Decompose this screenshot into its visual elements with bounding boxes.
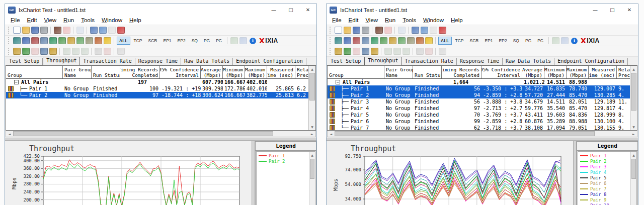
info-icon[interactable]: i [250,38,256,44]
report-icon[interactable] [49,48,57,55]
tab-throughput[interactable]: Throughput [43,57,80,65]
column-header-interval[interactable]: 95% ConfidenceInterval [160,66,201,78]
column-header-completed[interactable]: Timing RecordsCompleted [120,66,160,78]
scroll-thumb[interactable] [309,73,315,100]
column-header-time-sec-[interactable]: MeasuredTime (sec) [267,66,295,78]
table-row-pair-5[interactable]: ├──Pair 5No GroupFinished70-3.769 : +3.7… [328,112,630,118]
abort-run-icon[interactable] [362,48,369,55]
cut-icon[interactable] [412,27,419,34]
close-button[interactable]: ✕ [299,4,316,16]
video-pair-icon[interactable] [380,37,387,44]
column-header--mbps-[interactable]: Minimum(Mbps) [223,66,245,78]
filter-button-ep2[interactable]: EP2 [497,37,510,45]
table-row-pair-1[interactable]: ├──Pair 1No GroupFinished100-19.321 : +1… [6,85,308,92]
run-test-icon[interactable] [375,27,383,34]
menu-item-edit[interactable]: Edit [345,16,362,24]
menu-item-help[interactable]: Help [447,16,466,24]
menu-item-tools[interactable]: Tools [399,16,420,24]
endpoint-2-icon[interactable] [49,37,57,44]
table-row-pair-3[interactable]: ├──Pair 3No GroupFinished56-3.888 : +3.8… [328,98,630,105]
legend-item-pair-1[interactable]: Pair 1 [580,153,630,158]
endpoint-1-icon[interactable] [353,37,360,44]
scroll-track[interactable] [309,72,315,124]
close-button[interactable]: ✕ [621,4,638,16]
edit-script-icon[interactable] [389,37,396,44]
add-group-icon[interactable] [22,37,30,44]
table-row-pair-4[interactable]: ├──Pair 4No GroupFinished97-2.713 : +2.7… [328,105,630,112]
table-row-pair-6[interactable]: ├──Pair 6No GroupFinished99-2.859 : +2.8… [328,118,630,125]
legend-item-pair-2[interactable]: Pair 2 [580,158,630,164]
add-pair-icon[interactable] [335,37,342,44]
tab-transaction-rate[interactable]: Transaction Rate [80,58,135,65]
filter-button-pc[interactable]: PC [213,37,224,45]
menu-item-help[interactable]: Help [126,16,145,24]
legend-item-pair-2[interactable]: Pair 2 [259,158,308,164]
table-horizontal-scrollbar[interactable]: ◄► [6,131,316,137]
collapse-icon[interactable]: − [14,80,19,84]
multicast-icon[interactable] [416,37,424,44]
scroll-up-arrow[interactable]: ▲ [309,152,315,158]
filter-button-ep2[interactable]: EP2 [175,37,188,45]
print-icon[interactable] [40,27,48,34]
run-options-icon[interactable] [335,48,342,55]
tab-test-setup[interactable]: Test Setup [328,58,364,65]
performance-pair-icon[interactable] [86,37,93,44]
save-icon[interactable] [31,27,39,34]
column-header-group[interactable]: Group [328,66,384,78]
scroll-thumb[interactable] [631,159,636,179]
legend-item-pair-3[interactable]: Pair 3 [580,164,630,169]
menu-item-run[interactable]: Run [60,16,77,24]
scroll-up-arrow[interactable]: ▲ [631,152,636,158]
tab-test-setup[interactable]: Test Setup [6,58,43,65]
hardware-pair-icon[interactable] [76,37,84,44]
scroll-right-arrow[interactable]: ► [630,131,637,137]
filter-button-ep1[interactable]: EP1 [482,37,495,45]
table-horizontal-scrollbar[interactable]: ◄► [327,131,637,137]
filter-button-all[interactable]: ALL [438,37,452,45]
scroll-left-arrow[interactable]: ◄ [328,131,335,137]
column-header--mbps-[interactable]: Maximum(Mbps) [567,66,589,78]
column-header-completed[interactable]: Timing RecordsCompleted [442,66,481,78]
run-options-icon[interactable] [13,48,21,55]
legend-item-pair-5[interactable]: Pair 5 [580,175,630,180]
tab-response-time[interactable]: Response Time [457,58,503,65]
scroll-thumb[interactable] [13,131,273,136]
tab-transaction-rate[interactable]: Transaction Rate [401,58,456,65]
tab-response-time[interactable]: Response Time [135,58,181,65]
legend-item-pair-9[interactable]: Pair 9 [580,197,630,202]
column-header-group[interactable]: Group [6,66,63,78]
endpoint-1-icon[interactable] [31,37,39,44]
filter-button-tcp[interactable]: TCP [131,37,145,45]
legend-item-pair-10[interactable]: Pair 10 [580,202,630,205]
tab-raw-data-totals[interactable]: Raw Data Totals [181,58,233,65]
filter-button-sq[interactable]: SQ [511,37,522,45]
all-pairs-row[interactable]: −All Pairs197607.790166.667402.010 [6,79,308,85]
minimize-button[interactable]: — [265,4,282,16]
scroll-down-arrow[interactable]: ▼ [630,124,637,130]
tab-throughput[interactable]: Throughput [364,57,401,65]
delete-icon[interactable] [439,27,446,34]
filter-button-scr[interactable]: SCR [146,37,160,45]
legend-splitter[interactable] [573,141,577,205]
menu-item-view[interactable]: View [40,16,60,24]
collapse-icon[interactable]: − [336,80,340,84]
delete-icon[interactable] [117,27,125,34]
filter-button-pc[interactable]: PC [535,37,546,45]
scroll-thumb[interactable] [335,131,595,136]
menu-item-file[interactable]: File [329,16,345,24]
column-header-time-sec-[interactable]: MeasuredTime (sec) [589,66,617,78]
tab-endpoint-configuration[interactable]: Endpoint Configuration [233,58,306,65]
filter-button-pg[interactable]: PG [201,37,212,45]
table-row-pair-7[interactable]: └──Pair 7No GroupFinished62-3.718 : +3.7… [328,125,630,131]
print-icon[interactable] [362,27,369,34]
legend-item-pair-6[interactable]: Pair 6 [580,180,630,186]
filter-button-pg[interactable]: PG [523,37,534,45]
maximize-button[interactable]: □ [604,4,621,16]
performance-pair-icon[interactable] [407,37,415,44]
edit-script-icon[interactable] [67,37,75,44]
filter-button-scr[interactable]: SCR [467,37,481,45]
table-row-pair-2[interactable]: └──Pair 2No GroupFinished97-18.744 : +18… [6,92,308,98]
menu-item-tools[interactable]: Tools [77,16,98,24]
tab-raw-data-totals[interactable]: Raw Data Totals [503,58,554,65]
minimize-button[interactable]: — [587,4,604,16]
